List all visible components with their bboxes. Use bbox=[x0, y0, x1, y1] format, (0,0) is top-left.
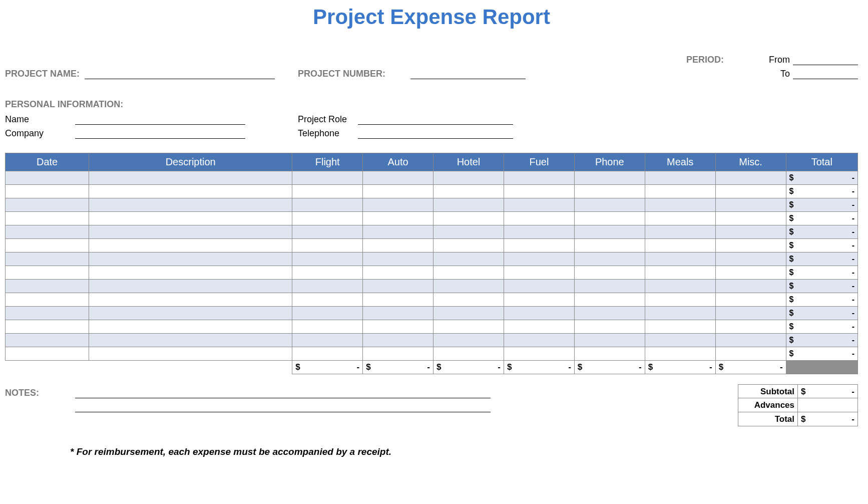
expense-cell[interactable] bbox=[6, 212, 89, 225]
expense-cell[interactable] bbox=[645, 280, 715, 293]
expense-cell[interactable] bbox=[645, 307, 715, 320]
expense-cell[interactable] bbox=[363, 293, 433, 307]
expense-cell[interactable] bbox=[89, 239, 292, 253]
expense-cell[interactable] bbox=[89, 307, 292, 320]
period-from-field[interactable] bbox=[793, 54, 858, 65]
expense-cell[interactable] bbox=[715, 347, 786, 361]
expense-cell[interactable] bbox=[6, 253, 89, 266]
project-number-field[interactable] bbox=[410, 68, 526, 79]
expense-cell[interactable] bbox=[363, 212, 433, 225]
expense-cell[interactable] bbox=[89, 225, 292, 239]
expense-cell[interactable] bbox=[292, 266, 363, 280]
expense-cell[interactable] bbox=[433, 171, 504, 185]
expense-cell[interactable] bbox=[433, 198, 504, 212]
expense-cell[interactable] bbox=[6, 185, 89, 198]
expense-cell[interactable] bbox=[574, 212, 645, 225]
expense-cell[interactable] bbox=[89, 320, 292, 334]
expense-cell[interactable] bbox=[715, 185, 786, 198]
expense-cell[interactable] bbox=[292, 293, 363, 307]
expense-cell[interactable] bbox=[292, 307, 363, 320]
expense-cell[interactable] bbox=[574, 320, 645, 334]
expense-cell[interactable] bbox=[574, 171, 645, 185]
expense-cell[interactable] bbox=[89, 185, 292, 198]
expense-cell[interactable] bbox=[363, 266, 433, 280]
expense-cell[interactable] bbox=[645, 225, 715, 239]
expense-cell[interactable] bbox=[504, 171, 574, 185]
expense-cell[interactable] bbox=[715, 253, 786, 266]
expense-cell[interactable] bbox=[89, 334, 292, 347]
expense-cell[interactable] bbox=[715, 171, 786, 185]
project-role-field[interactable] bbox=[358, 114, 513, 125]
expense-cell[interactable] bbox=[645, 198, 715, 212]
period-to-field[interactable] bbox=[793, 68, 858, 79]
expense-cell[interactable] bbox=[292, 171, 363, 185]
expense-cell[interactable] bbox=[6, 239, 89, 253]
expense-cell[interactable] bbox=[433, 212, 504, 225]
expense-cell[interactable] bbox=[645, 293, 715, 307]
expense-cell[interactable] bbox=[6, 320, 89, 334]
expense-cell[interactable] bbox=[504, 212, 574, 225]
advances-value[interactable] bbox=[798, 398, 857, 412]
expense-cell[interactable] bbox=[292, 212, 363, 225]
expense-cell[interactable] bbox=[433, 293, 504, 307]
expense-cell[interactable] bbox=[645, 253, 715, 266]
expense-cell[interactable] bbox=[89, 198, 292, 212]
name-field[interactable] bbox=[75, 114, 245, 125]
expense-cell[interactable] bbox=[292, 185, 363, 198]
expense-cell[interactable] bbox=[504, 347, 574, 361]
expense-cell[interactable] bbox=[292, 320, 363, 334]
project-name-field[interactable] bbox=[85, 68, 275, 79]
expense-cell[interactable] bbox=[433, 334, 504, 347]
expense-cell[interactable] bbox=[645, 320, 715, 334]
expense-cell[interactable] bbox=[292, 225, 363, 239]
expense-cell[interactable] bbox=[292, 334, 363, 347]
expense-cell[interactable] bbox=[574, 225, 645, 239]
expense-cell[interactable] bbox=[433, 320, 504, 334]
expense-cell[interactable] bbox=[645, 212, 715, 225]
expense-cell[interactable] bbox=[363, 225, 433, 239]
expense-cell[interactable] bbox=[433, 225, 504, 239]
expense-cell[interactable] bbox=[6, 225, 89, 239]
expense-cell[interactable] bbox=[6, 280, 89, 293]
expense-cell[interactable] bbox=[433, 253, 504, 266]
expense-cell[interactable] bbox=[433, 239, 504, 253]
expense-cell[interactable] bbox=[89, 171, 292, 185]
expense-cell[interactable] bbox=[363, 185, 433, 198]
expense-cell[interactable] bbox=[715, 334, 786, 347]
expense-cell[interactable] bbox=[89, 347, 292, 361]
expense-cell[interactable] bbox=[89, 212, 292, 225]
expense-cell[interactable] bbox=[715, 239, 786, 253]
expense-cell[interactable] bbox=[363, 280, 433, 293]
notes-field-2[interactable] bbox=[75, 401, 491, 412]
expense-cell[interactable] bbox=[6, 293, 89, 307]
expense-cell[interactable] bbox=[645, 185, 715, 198]
expense-cell[interactable] bbox=[504, 239, 574, 253]
expense-cell[interactable] bbox=[715, 266, 786, 280]
expense-cell[interactable] bbox=[574, 253, 645, 266]
expense-cell[interactable] bbox=[715, 198, 786, 212]
expense-cell[interactable] bbox=[715, 225, 786, 239]
expense-cell[interactable] bbox=[715, 307, 786, 320]
expense-cell[interactable] bbox=[715, 293, 786, 307]
expense-cell[interactable] bbox=[363, 198, 433, 212]
expense-cell[interactable] bbox=[433, 280, 504, 293]
expense-cell[interactable] bbox=[6, 266, 89, 280]
expense-cell[interactable] bbox=[433, 307, 504, 320]
expense-cell[interactable] bbox=[504, 280, 574, 293]
expense-cell[interactable] bbox=[574, 347, 645, 361]
expense-cell[interactable] bbox=[574, 239, 645, 253]
expense-cell[interactable] bbox=[645, 171, 715, 185]
expense-cell[interactable] bbox=[292, 347, 363, 361]
expense-cell[interactable] bbox=[363, 171, 433, 185]
expense-cell[interactable] bbox=[645, 239, 715, 253]
expense-cell[interactable] bbox=[433, 185, 504, 198]
expense-cell[interactable] bbox=[433, 266, 504, 280]
expense-cell[interactable] bbox=[89, 280, 292, 293]
expense-cell[interactable] bbox=[645, 266, 715, 280]
expense-cell[interactable] bbox=[504, 185, 574, 198]
expense-cell[interactable] bbox=[292, 280, 363, 293]
expense-cell[interactable] bbox=[433, 347, 504, 361]
expense-cell[interactable] bbox=[504, 334, 574, 347]
expense-cell[interactable] bbox=[715, 280, 786, 293]
expense-cell[interactable] bbox=[292, 198, 363, 212]
